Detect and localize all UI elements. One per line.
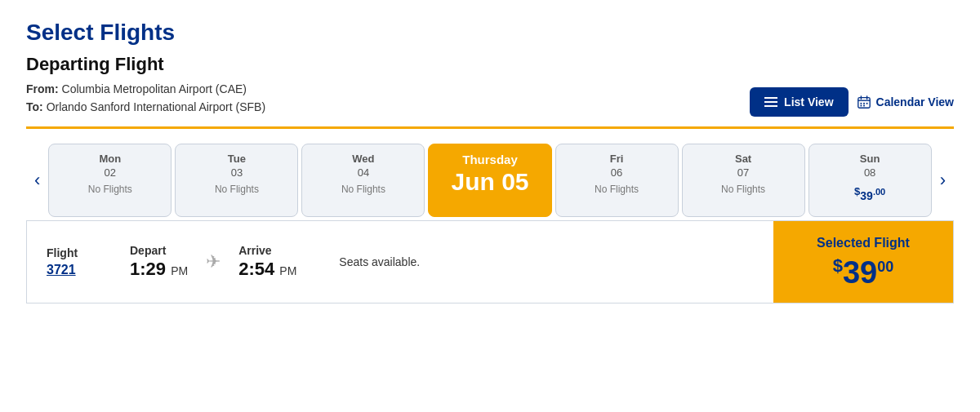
arrive-ampm: PM [279,264,296,277]
day-num-sun: 08 [864,166,875,179]
prev-arrow-button[interactable]: ‹ [26,170,48,191]
no-flights-fri: No Flights [595,184,639,195]
to-label: To: [26,100,43,113]
price-display-sun: $39.00 [854,185,885,202]
day-num-mon: 02 [105,166,116,179]
day-name-sat: Sat [735,153,751,165]
flight-number-link[interactable]: 3721 [47,263,104,277]
arrive-time: 2:54 PM [238,259,296,280]
day-name-fri: Fri [610,153,624,165]
depart-time-value: 1:29 [130,259,166,279]
depart-block: Depart 1:29 PM [130,244,188,280]
depart-ampm: PM [171,264,188,277]
day-name-sun: Sun [860,153,880,165]
no-flights-wed: No Flights [341,184,385,195]
price-main-sun: 39 [860,188,873,202]
list-view-label: List View [784,95,833,109]
day-num-wed: 04 [358,166,369,179]
day-cell-wed[interactable]: Wed 04 No Flights [301,144,425,217]
day-num-fri: 06 [611,166,622,179]
to-line: To: Orlando Sanford International Airpor… [26,98,265,116]
flight-result-row: Flight 3721 Depart 1:29 PM ✈ Arrive 2:54 [26,220,954,303]
day-cell-fri[interactable]: Fri 06 No Flights [555,144,679,217]
price-cents-sun: .00 [873,187,885,197]
flight-info-section: Flight 3721 Depart 1:29 PM ✈ Arrive 2:54 [27,221,773,303]
arrive-time-value: 2:54 [238,259,274,279]
no-flights-tue: No Flights [215,184,259,195]
departing-title: Departing Flight [26,54,265,75]
day-name-wed: Wed [352,153,374,165]
flight-number-block: Flight 3721 [47,246,104,277]
selected-price-cents: 00 [877,259,893,275]
no-flights-sat: No Flights [721,184,765,195]
day-cell-mon[interactable]: Mon 02 No Flights [48,144,172,217]
arrive-label: Arrive [238,244,296,257]
arrive-block: Arrive 2:54 PM [238,244,296,280]
list-icon-line3 [764,105,777,107]
page-title: Select Flights [26,20,265,46]
day-num-tue: 03 [231,166,243,179]
calendar-nav: ‹ Mon 02 No Flights Tue 03 No Flights We… [26,144,954,217]
route-info: From: Columbia Metropolitan Airport (CAE… [26,80,265,117]
to-value: Orlando Sanford International Airport (S… [47,100,265,113]
header-left: Select Flights Departing Flight From: Co… [26,20,265,117]
header-row: Select Flights Departing Flight From: Co… [26,20,954,117]
from-value: Columbia Metropolitan Airport (CAE) [62,82,247,95]
big-date-thu: Jun 05 [451,170,528,194]
from-label: From: [26,82,59,95]
calendar-icon [857,95,871,109]
selected-dollar-sign: $ [833,255,843,276]
seats-available: Seats available. [339,255,420,268]
day-name-mon: Mon [99,153,121,165]
selected-flight-label: Selected Flight [817,236,910,250]
next-arrow-button[interactable]: › [932,170,954,191]
list-icon-line2 [764,101,777,103]
from-line: From: Columbia Metropolitan Airport (CAE… [26,80,265,98]
depart-label: Depart [130,244,188,257]
calendar-view-label: Calendar View [876,95,954,109]
svg-rect-5 [863,103,865,104]
day-cell-sun[interactable]: Sun 08 $39.00 [808,144,932,217]
selected-price: $3900 [833,257,894,288]
flight-label: Flight [47,246,104,259]
day-name-thu: Thursday [462,153,518,166]
depart-arrive-block: Depart 1:29 PM ✈ Arrive 2:54 PM [130,244,296,280]
list-icon-line1 [764,97,777,99]
selected-price-main: 39 [843,255,877,290]
no-flights-mon: No Flights [88,184,132,195]
plane-icon: ✈ [206,251,220,272]
day-cell-thu[interactable]: Thursday Jun 05 [428,144,551,217]
svg-rect-8 [863,104,865,106]
calendar-days: Mon 02 No Flights Tue 03 No Flights Wed … [48,144,931,217]
gold-divider [26,126,954,129]
svg-rect-7 [860,104,862,106]
svg-rect-6 [866,103,867,104]
svg-rect-4 [860,103,862,104]
view-buttons: List View Calendar View [750,87,954,117]
list-icon [764,97,777,107]
depart-time: 1:29 PM [130,259,188,280]
page-container: Select Flights Departing Flight From: Co… [0,0,980,303]
day-cell-tue[interactable]: Tue 03 No Flights [175,144,298,217]
day-num-sat: 07 [737,166,749,179]
calendar-view-button[interactable]: Calendar View [857,95,954,109]
day-name-tue: Tue [228,153,246,165]
day-cell-sat[interactable]: Sat 07 No Flights [682,144,805,217]
selected-flight-section[interactable]: Selected Flight $3900 [773,221,953,303]
list-view-button[interactable]: List View [750,87,848,117]
